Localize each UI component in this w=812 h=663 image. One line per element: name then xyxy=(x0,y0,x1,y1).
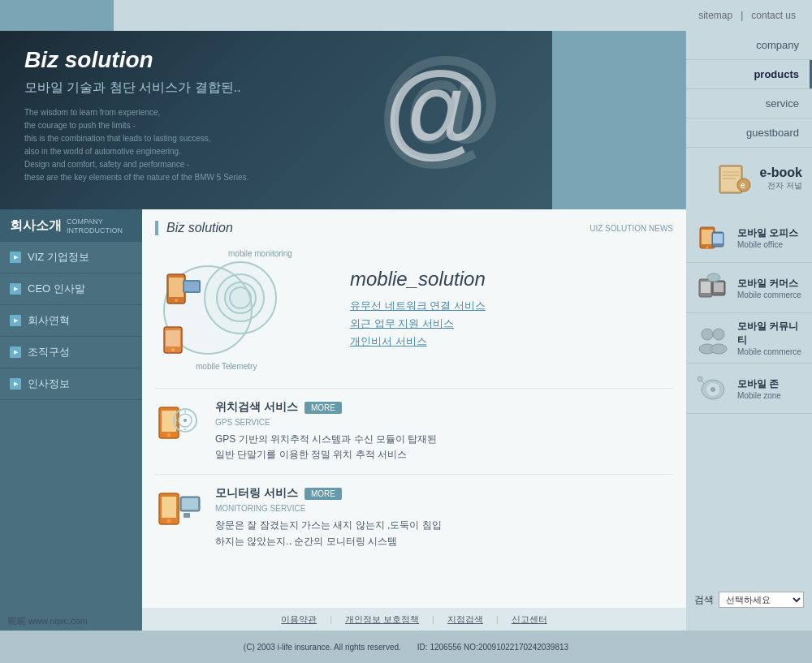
right-sidebar: company products service guestboard e e-… xyxy=(686,31,812,663)
section-title: Biz solution xyxy=(166,221,233,235)
mobile-card-0[interactable]: 모바일 오피스 Mobile office xyxy=(686,213,812,263)
solution-link-0[interactable]: 유무선 네트워크 연결 서비스 xyxy=(350,299,673,313)
svg-rect-27 xyxy=(169,278,184,297)
company-intro-header: 회사소개 COMPANY INTRODUCTION xyxy=(0,209,142,242)
ebook-icon: e xyxy=(715,159,754,198)
bottom-bar: (C) 2003 i-life insurance. All rights re… xyxy=(0,631,812,663)
watermark: 昵昵 www.nipic.com xyxy=(8,615,88,627)
section-news: UIZ SOLUTION NEWS xyxy=(590,224,673,233)
main-content: Biz solution UIZ SOLUTION NEWS mobile mo… xyxy=(142,209,686,631)
content-footer: 이용약관 | 개인정보 보호정책 | 지점검색 | 신고센터 xyxy=(142,608,686,631)
banner-title: Biz solution xyxy=(24,47,248,73)
solution-link-1[interactable]: 외근 업무 지원 서비스 xyxy=(350,316,673,331)
sitemap-link[interactable]: sitemap xyxy=(698,10,732,21)
section-header: Biz solution UIZ SOLUTION NEWS xyxy=(155,221,673,235)
mobile-community-icon xyxy=(694,320,731,356)
sidebar-item-3[interactable]: 조직구성 xyxy=(0,337,142,368)
content-inner: Biz solution UIZ SOLUTION NEWS mobile mo… xyxy=(142,209,686,631)
svg-rect-44 xyxy=(162,497,176,518)
nav-company[interactable]: company xyxy=(686,31,812,60)
service-more-btn-0[interactable]: MORE xyxy=(304,402,342,414)
footer-link-1[interactable]: 개인정보 보호정책 xyxy=(345,613,419,626)
mobile-zone-icon xyxy=(694,370,731,407)
arrow-icon-4 xyxy=(10,378,21,390)
svg-point-42 xyxy=(184,419,187,422)
sidebar-item-0[interactable]: VIZ 기업정보 xyxy=(0,242,142,273)
device-icon-top xyxy=(163,268,208,316)
search-bar: 검색 선택하세요 xyxy=(686,583,812,616)
footer-link-0[interactable]: 이용약관 xyxy=(281,613,317,626)
svg-rect-30 xyxy=(184,282,199,291)
service-subtitle-0: GPS SERVICE xyxy=(215,418,673,427)
sidebar-item-4[interactable]: 인사정보 xyxy=(0,368,142,400)
svg-rect-47 xyxy=(182,498,198,510)
service-item-0: 위치검색 서비스 MORE GPS SERVICE GPS 기반의 위치추적 시… xyxy=(155,388,673,474)
separator: | xyxy=(741,10,743,21)
arrow-icon-3 xyxy=(10,347,21,358)
svg-rect-13 xyxy=(701,282,710,293)
contact-link[interactable]: contact us xyxy=(751,10,796,21)
service-desc-0: GPS 기반의 위치추적 시스템과 수신 모듈이 탑재된 일반 단말기를 이용한… xyxy=(215,432,673,463)
svg-rect-15 xyxy=(714,282,723,292)
svg-point-23 xyxy=(710,387,715,392)
svg-point-18 xyxy=(713,329,724,340)
service-info-0: 위치검색 서비스 MORE GPS SERVICE GPS 기반의 위치추적 시… xyxy=(215,400,673,463)
svg-point-17 xyxy=(702,329,713,340)
svg-point-45 xyxy=(167,519,171,523)
header-banner: @ @ Biz solution 모바일 기술과 첨단 서비스가 결합된.. T… xyxy=(0,31,552,209)
svg-rect-32 xyxy=(166,330,180,347)
mobile-card-1[interactable]: 모바일 커머스 Mobile commerce xyxy=(686,263,812,313)
top-bar: sitemap | contact us xyxy=(114,0,812,31)
svg-rect-8 xyxy=(702,230,713,244)
solution-main-title: moblie_solution xyxy=(350,268,673,291)
company-en-title: COMPANY INTRODUCTION xyxy=(67,217,123,235)
mobile-zone-text: 모바일 존 Mobile zone xyxy=(737,377,781,400)
service-icon-1 xyxy=(155,486,204,535)
mobile-card-2[interactable]: 모바일 커뮤니티 Mobile commerce xyxy=(686,313,812,364)
nav-service[interactable]: service xyxy=(686,89,812,118)
device-icon-bottom xyxy=(162,319,206,363)
svg-point-25 xyxy=(698,377,702,381)
sidebar-label-3: 조직구성 xyxy=(28,345,70,359)
footer-link-3[interactable]: 신고센터 xyxy=(512,613,547,626)
service-title-0: 위치검색 서비스 xyxy=(215,400,298,415)
svg-point-20 xyxy=(710,344,727,354)
biz-graphic: mobile monitoring mobile Telemetry xyxy=(155,245,673,375)
svg-rect-11 xyxy=(713,234,723,243)
service-item-1: 모니터링 서비스 MORE MONITORING SERVICE 창문은 잘 잠… xyxy=(155,474,673,560)
graphic-label1: mobile monitoring xyxy=(228,249,292,258)
at-symbol-fg: @ xyxy=(384,55,487,161)
mobile-card-3[interactable]: 모바일 존 Mobile zone xyxy=(686,364,812,414)
mobile-office-text: 모바일 오피스 Mobile office xyxy=(737,226,798,249)
service-icon-0 xyxy=(155,400,204,449)
solution-text: moblie_solution 유무선 네트워크 연결 서비스 외근 업무 지원… xyxy=(350,268,673,352)
sidebar-label-4: 인사정보 xyxy=(28,377,70,391)
banner-content: Biz solution 모바일 기술과 첨단 서비스가 결합된.. The w… xyxy=(24,47,248,184)
svg-text:e: e xyxy=(741,181,745,190)
service-more-btn-1[interactable]: MORE xyxy=(304,488,342,500)
search-label: 검색 xyxy=(694,593,714,607)
service-desc-1: 창문은 잘 잠겼는지 가스는 새지 않는지 ,도둑이 침입 하지는 않았는지..… xyxy=(215,518,673,549)
svg-point-33 xyxy=(171,348,175,351)
nav-guestboard[interactable]: guestboard xyxy=(686,118,812,148)
mobile-commerce-icon xyxy=(694,269,731,306)
svg-rect-48 xyxy=(184,513,190,518)
banner-subtitle: 모바일 기술과 첨단 서비스가 결합된.. xyxy=(24,80,248,97)
ebook-section[interactable]: e e-book 전자 저널 xyxy=(686,148,812,209)
sidebar-item-1[interactable]: CEO 인사말 xyxy=(0,273,142,305)
service-title-row-1: 모니터링 서비스 MORE xyxy=(215,486,673,501)
solution-link-2[interactable]: 개인비서 서비스 xyxy=(350,334,673,349)
arrow-icon-1 xyxy=(10,283,21,295)
nav-products[interactable]: products xyxy=(686,60,812,89)
graphic-label2: mobile Telemetry xyxy=(196,362,257,371)
service-subtitle-1: MONITORING SERVICE xyxy=(215,504,673,513)
service-title-1: 모니터링 서비스 xyxy=(215,486,298,501)
svg-point-36 xyxy=(167,433,171,437)
svg-point-9 xyxy=(706,246,708,248)
mobile-community-text: 모바일 커뮤니티 Mobile commerce xyxy=(737,320,804,356)
sidebar-label-0: VIZ 기업정보 xyxy=(28,250,89,265)
sidebar-item-2[interactable]: 회사연혁 xyxy=(0,305,142,337)
search-select[interactable]: 선택하세요 xyxy=(719,592,804,608)
footer-link-2[interactable]: 지점검색 xyxy=(447,613,483,626)
service-info-1: 모니터링 서비스 MORE MONITORING SERVICE 창문은 잘 잠… xyxy=(215,486,673,549)
